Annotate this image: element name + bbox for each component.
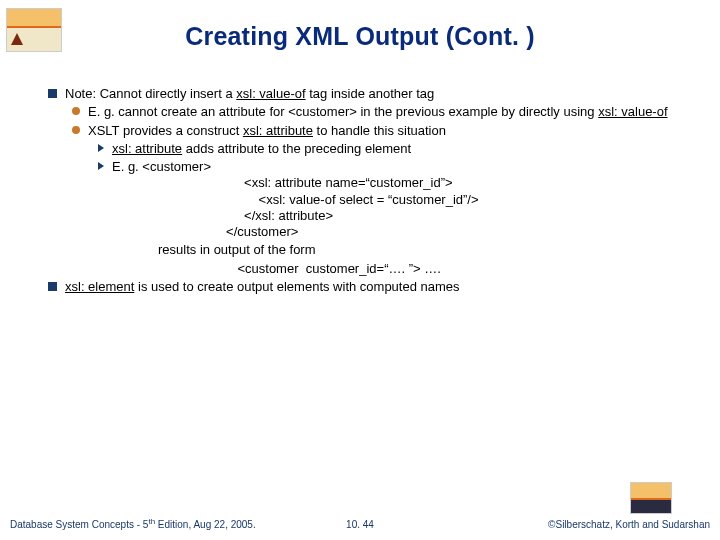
- bullet-1b-i: xsl: attribute adds attribute to the pre…: [98, 141, 702, 157]
- square-bullet-icon: [48, 89, 57, 98]
- bullet-1: Note: Cannot directly insert a xsl: valu…: [48, 86, 702, 102]
- round-bullet-icon: [72, 107, 80, 115]
- text: Note: Cannot directly insert a: [65, 86, 236, 101]
- text: E. g. cannot create an attribute for <cu…: [88, 104, 598, 119]
- text: to handle this situation: [313, 123, 446, 138]
- xsl-attribute: xsl: attribute: [112, 141, 182, 156]
- text: is used to create output elements with c…: [134, 279, 459, 294]
- bullet-1b-ii: E. g. <customer>: [98, 159, 702, 175]
- xsl-value-of: xsl: value-of: [598, 104, 667, 119]
- text: tag inside another tag: [306, 86, 435, 101]
- text: E. g. <customer>: [112, 159, 211, 174]
- slide-title: Creating XML Output (Cont. ): [0, 0, 720, 51]
- bullet-1a: E. g. cannot create an attribute for <cu…: [72, 104, 702, 120]
- bullet-1b: XSLT provides a construct xsl: attribute…: [72, 123, 702, 139]
- logo-top-left: [6, 8, 62, 52]
- code-line-3: </xsl: attribute>: [208, 208, 702, 224]
- slide-number: 10. 44: [346, 519, 374, 530]
- text: XSLT provides a construct: [88, 123, 243, 138]
- xsl-value-of: xsl: value-of: [236, 86, 305, 101]
- copyright: ©Silberschatz, Korth and Sudarshan: [548, 519, 710, 530]
- triangle-bullet-icon: [98, 144, 104, 152]
- square-bullet-icon: [48, 282, 57, 291]
- code-line-1: <xsl: attribute name=“customer_id”>: [208, 175, 702, 191]
- result-label: results in output of the form: [158, 242, 702, 258]
- bullet-2: xsl: element is used to create output el…: [48, 279, 702, 295]
- xsl-attribute: xsl: attribute: [243, 123, 313, 138]
- round-bullet-icon: [72, 126, 80, 134]
- xsl-element: xsl: element: [65, 279, 134, 294]
- text: Edition, Aug 22, 2005.: [155, 519, 256, 530]
- result-line: <customer customer_id=“…. ”> ….: [158, 261, 702, 277]
- triangle-bullet-icon: [98, 162, 104, 170]
- code-line-4: </customer>: [208, 224, 702, 240]
- text: Database System Concepts - 5: [10, 519, 148, 530]
- code-line-2: <xsl: value-of select = “customer_id”/>: [208, 192, 702, 208]
- text: adds attribute to the preceding element: [182, 141, 411, 156]
- logo-bottom-right: [630, 482, 672, 514]
- slide-body: Note: Cannot directly insert a xsl: valu…: [48, 84, 702, 295]
- footer-left: Database System Concepts - 5th Edition, …: [10, 517, 256, 530]
